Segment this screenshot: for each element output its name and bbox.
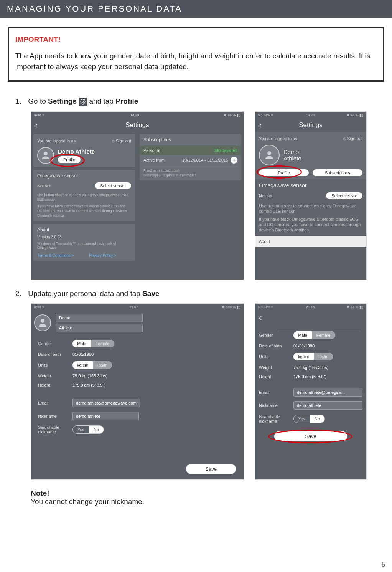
searchable-no[interactable]: No <box>89 426 104 433</box>
nav-bar: ‹ Settings <box>31 119 244 132</box>
height-label: Height <box>259 374 293 379</box>
searchable-yes[interactable]: Yes <box>73 426 89 433</box>
nickname-label: Nickname <box>38 414 72 418</box>
sensor-hint-1: Use button above to connect your grey Om… <box>37 193 131 202</box>
user-first: Demo <box>283 149 301 155</box>
nav-title: Settings <box>125 121 149 129</box>
searchable-yes[interactable]: Yes <box>294 415 310 423</box>
account-card: You are logged in as ⎋ Sign out Demo Ath… <box>33 134 135 167</box>
searchable-label: Searchable nickname <box>38 425 72 434</box>
profile-button[interactable]: Profile <box>58 156 81 163</box>
email-input[interactable]: demo.athlete@omegaw... <box>293 388 362 397</box>
avatar-icon <box>37 147 54 164</box>
subscriptions-button[interactable]: Subscriptions <box>313 169 362 176</box>
gender-male[interactable]: Male <box>293 331 312 339</box>
height-label: Height <box>38 383 72 387</box>
first-name-input[interactable]: Demo <box>56 314 143 322</box>
screenshot-ipad-profile: iPad ᯤ 21.07 ✱ 100 % ▮▯ Demo Athlete <box>31 303 244 480</box>
svg-point-2 <box>267 151 271 155</box>
units-metric[interactable]: kg/cm <box>293 353 314 360</box>
units-metric[interactable]: kg/cm <box>72 361 93 369</box>
subscriptions-card: Subscriptions Personal 386 days left Act… <box>140 134 241 180</box>
searchable-toggle[interactable]: Yes No <box>293 415 325 423</box>
weight-value[interactable]: 75.0 kg (165.3 lbs) <box>293 365 362 370</box>
about-title: About <box>37 227 131 233</box>
nav-title: Settings <box>299 121 322 129</box>
gender-toggle[interactable]: Male Female <box>293 331 335 339</box>
account-card: You are logged in as ⎋ Sign out Demo Ath… <box>255 132 366 179</box>
weight-value[interactable]: 75.0 kg (165.3 lbs) <box>72 374 139 378</box>
status-battery: ✱ 100 % ▮▯ <box>222 305 240 309</box>
sign-out-button[interactable]: ⎋ Sign out <box>343 136 362 141</box>
sign-out-button[interactable]: ⎋ Sign out <box>112 139 131 143</box>
active-range: 10/12/2014 - 31/12/2015 <box>182 158 228 162</box>
terms-link[interactable]: Terms & Conditions > <box>37 253 74 258</box>
sensor-card: Omegawave sensor Not set Select sensor U… <box>255 179 366 236</box>
units-label: Units <box>38 363 72 367</box>
back-icon[interactable]: ‹ <box>35 121 38 130</box>
gender-toggle[interactable]: Male Female <box>72 340 114 347</box>
step-1-profile: Profile <box>115 97 138 105</box>
profile-button[interactable]: Profile <box>259 169 309 176</box>
units-toggle[interactable]: kg/cm lbs/in <box>72 361 112 369</box>
status-battery: ✱ 86 % ▮▯ <box>224 113 240 117</box>
svg-point-3 <box>41 319 44 323</box>
screenshot-iphone-profile: No SIM ᯤ 21.18 ✱ 53 % ▮▯ ‹ Gender Male <box>255 303 367 480</box>
sensor-hint-1: Use button above to connect your grey Om… <box>259 203 362 214</box>
save-button[interactable]: Save <box>186 464 236 474</box>
sensor-hint-2: If you have black Omegawave Bluetooth cl… <box>259 217 362 233</box>
step-1-text-pre: Go to <box>28 97 48 105</box>
user-last: Athlete <box>283 155 301 162</box>
weight-label: Weight <box>259 365 293 370</box>
back-icon[interactable]: ‹ <box>259 313 262 322</box>
add-icon[interactable]: + <box>231 157 237 164</box>
height-value[interactable]: 175.0 cm (5' 8.9") <box>72 383 139 387</box>
nickname-input[interactable]: demo.athlete <box>72 412 139 420</box>
page-number: 5 <box>382 561 385 568</box>
step-2-number: 2. <box>15 289 26 298</box>
note-text: You cannot change your nickname. <box>31 498 384 506</box>
important-text: The App needs to know your gender, date … <box>15 51 377 72</box>
last-name-input[interactable]: Athlete <box>56 324 143 332</box>
privacy-link[interactable]: Privacy Policy > <box>89 253 116 258</box>
step-2-save: Save <box>142 289 159 298</box>
save-button[interactable]: Save <box>274 431 347 441</box>
nickname-input[interactable]: demo.athlete <box>293 401 362 410</box>
gender-male[interactable]: Male <box>72 340 91 347</box>
searchable-toggle[interactable]: Yes No <box>72 425 104 434</box>
svg-point-1 <box>44 152 48 155</box>
weight-label: Weight <box>38 374 72 378</box>
email-label: Email <box>259 390 293 395</box>
units-imperial[interactable]: lbs/in <box>93 361 112 369</box>
select-sensor-button[interactable]: Select sensor <box>326 192 362 199</box>
step-2: 2. Update your personal data and tap Sav… <box>31 289 384 506</box>
units-imperial[interactable]: lbs/in <box>314 353 333 360</box>
dob-label: Date of birth <box>38 352 72 357</box>
email-label: Email <box>38 401 72 405</box>
status-carrier: iPad ᯤ <box>34 305 46 309</box>
logged-in-label: You are logged in as <box>37 139 76 143</box>
sensor-title: Omegawave sensor <box>37 173 131 179</box>
dob-value[interactable]: 01/01/1980 <box>293 344 362 348</box>
status-battery: ✱ 53 % ▮▯ <box>346 305 363 309</box>
user-name: Demo Athlete <box>58 148 95 155</box>
email-input[interactable]: demo.athlete@omegawave.com <box>72 399 140 407</box>
units-toggle[interactable]: kg/cm lbs/in <box>293 353 333 360</box>
dob-value[interactable]: 01/01/1980 <box>72 352 139 357</box>
gender-female[interactable]: Female <box>312 331 335 339</box>
back-icon[interactable]: ‹ <box>259 121 262 130</box>
select-sensor-button[interactable]: Select sensor <box>95 182 131 189</box>
page-banner: MANAGING YOUR PERSONAL DATA <box>0 0 392 18</box>
status-carrier: No SIM ᯤ <box>258 305 274 309</box>
trademark-text: Windows of Trainability™ is registered t… <box>37 241 131 250</box>
nav-bar: ‹ Settings <box>255 119 366 132</box>
searchable-label: Searchable nickname <box>259 414 293 423</box>
step-1-number: 1. <box>15 97 26 106</box>
gender-female[interactable]: Female <box>91 340 114 347</box>
searchable-no[interactable]: No <box>310 415 324 423</box>
step-1-settings: Settings <box>48 97 77 105</box>
status-time: 21.07 <box>129 305 138 309</box>
sensor-status: Not set <box>37 184 51 188</box>
height-value[interactable]: 175.0 cm (5' 8.9") <box>293 374 362 379</box>
nickname-label: Nickname <box>259 403 293 408</box>
